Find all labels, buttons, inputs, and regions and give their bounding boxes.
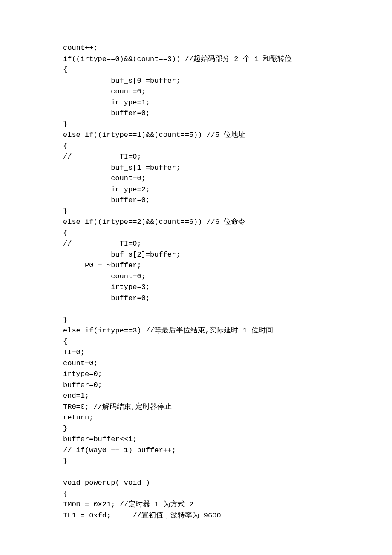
code-line: // TI=0;: [63, 153, 141, 161]
code-line: buffer=buffer<<1;: [63, 435, 137, 443]
code-line: else if(irtype==3) //等最后半位结束,实际延时 1 位时间: [63, 327, 273, 335]
code-line: count=0;: [63, 87, 146, 95]
document-page: count++; if((irtype==0)&&(count==3)) //起…: [0, 0, 392, 555]
code-line: P0 = ~buffer;: [63, 261, 141, 269]
code-line: else if((irtype==2)&&(count==6)) //6 位命令: [63, 218, 245, 226]
code-line: {: [63, 142, 67, 150]
code-line: buf_s[2]=buffer;: [63, 251, 180, 259]
code-line: void powerup( void ): [63, 479, 150, 487]
code-line: count++;: [63, 44, 98, 52]
code-line: buffer=0;: [63, 294, 150, 302]
code-line: count=0;: [63, 359, 98, 367]
code-line: buffer=0;: [63, 109, 150, 117]
code-line: }: [63, 120, 67, 128]
code-line: return;: [63, 413, 93, 422]
code-line: {: [63, 229, 67, 237]
code-line: {: [63, 490, 67, 498]
code-line: irtype=1;: [63, 98, 150, 107]
code-line: }: [63, 316, 67, 324]
code-line: else if((irtype==1)&&(count==5)) //5 位地址: [63, 131, 245, 139]
code-line: }: [63, 207, 67, 215]
code-line: irtype=0;: [63, 370, 102, 378]
code-line: {: [63, 66, 67, 74]
code-line: buf_s[0]=buffer;: [63, 77, 180, 85]
code-line: if((irtype==0)&&(count==3)) //起始码部分 2 个 …: [63, 55, 292, 63]
code-line: }: [63, 457, 67, 465]
code-line: {: [63, 338, 67, 346]
code-line: count=0;: [63, 174, 146, 182]
code-line: end=1;: [63, 392, 89, 400]
code-line: count=0;: [63, 272, 146, 280]
code-line: buf_s[1]=buffer;: [63, 164, 180, 172]
code-line: // TI=0;: [63, 240, 141, 248]
code-line: TI=0;: [63, 348, 85, 356]
code-line: buffer=0;: [63, 196, 150, 204]
code-line: TL1 = 0xfd; //置初值，波特率为 9600: [63, 512, 221, 520]
code-line: irtype=3;: [63, 283, 150, 291]
code-line: buffer=0;: [63, 381, 102, 389]
code-line: // if(way0 == 1) buffer++;: [63, 446, 176, 454]
code-line: }: [63, 425, 67, 433]
code-line: TMOD = 0X21; //定时器 1 为方式 2: [63, 500, 193, 509]
code-line: irtype=2;: [63, 185, 150, 194]
code-line: TR0=0; //解码结束,定时器停止: [63, 403, 172, 411]
